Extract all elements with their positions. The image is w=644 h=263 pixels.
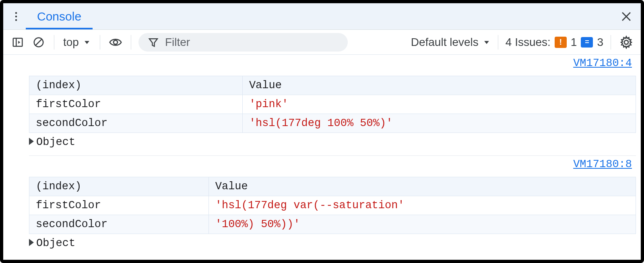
toggle-sidebar-button[interactable] — [10, 34, 26, 50]
table-row: secondColor 'hsl(177deg 100% 50%)' — [29, 114, 636, 133]
cell-key[interactable]: firstColor — [29, 196, 209, 215]
svg-marker-11 — [149, 39, 157, 46]
table-row: (index) Value — [29, 177, 636, 196]
separator — [131, 35, 131, 50]
kebab-icon — [10, 10, 22, 23]
expand-triangle-icon — [29, 136, 34, 148]
table-row: secondColor '100%) 50%))' — [29, 215, 636, 234]
object-label: Object — [36, 136, 75, 148]
cell-value[interactable]: '100%) 50%))' — [208, 215, 636, 234]
table-row: (index) Value — [29, 76, 636, 95]
table-row: firstColor 'hsl(177deg var(--saturation' — [29, 196, 636, 215]
info-badge-icon: = — [581, 37, 593, 48]
svg-point-13 — [624, 40, 628, 44]
chevron-down-icon — [483, 38, 491, 46]
close-icon — [619, 10, 633, 23]
source-link[interactable]: VM17180:8 — [573, 158, 632, 170]
filter-placeholder: Filter — [165, 36, 190, 49]
eye-icon — [109, 35, 122, 49]
console-message: VM17180:4 (index) Value firstColor 'pink… — [29, 55, 636, 156]
svg-point-0 — [15, 12, 17, 14]
kebab-menu-button[interactable] — [6, 3, 26, 29]
devtools-window: Console top — [0, 0, 644, 263]
separator — [54, 35, 54, 50]
svg-rect-5 — [13, 38, 23, 46]
sidebar-icon — [12, 36, 24, 48]
context-label: top — [63, 36, 79, 49]
svg-line-8 — [36, 39, 42, 45]
console-message: VM17180:8 (index) Value firstColor 'hsl(… — [29, 156, 636, 257]
console-table: (index) Value firstColor 'pink' secondCo… — [29, 76, 636, 133]
table-header-index[interactable]: (index) — [29, 177, 209, 196]
tab-label: Console — [37, 10, 81, 23]
cell-key[interactable]: firstColor — [29, 95, 243, 114]
close-devtools-button[interactable] — [618, 3, 634, 29]
cell-key[interactable]: secondColor — [29, 215, 209, 234]
separator — [100, 35, 100, 50]
execution-context-selector[interactable]: top — [62, 36, 93, 49]
source-link[interactable]: VM17180:4 — [573, 57, 632, 69]
issues-info-count: 3 — [597, 36, 603, 49]
svg-point-1 — [15, 15, 17, 17]
gear-icon — [619, 35, 633, 49]
object-label: Object — [36, 237, 75, 249]
levels-label: Default levels — [411, 36, 479, 49]
object-expander[interactable]: Object — [29, 136, 636, 148]
warning-badge-icon: ! — [555, 37, 567, 48]
cell-value[interactable]: 'pink' — [242, 95, 636, 114]
clear-console-button[interactable] — [31, 34, 47, 50]
table-header-index[interactable]: (index) — [29, 76, 243, 95]
table-header-value[interactable]: Value — [208, 177, 636, 196]
cell-value[interactable]: 'hsl(177deg var(--saturation' — [208, 196, 636, 215]
issues-counter[interactable]: 4 Issues: ! 1 = 3 — [506, 36, 603, 49]
console-toolbar: top Filter Default levels — [3, 30, 641, 55]
separator — [498, 35, 498, 50]
cell-value[interactable]: 'hsl(177deg 100% 50%)' — [242, 114, 636, 133]
object-expander[interactable]: Object — [29, 237, 636, 249]
table-header-value[interactable]: Value — [242, 76, 636, 95]
console-table: (index) Value firstColor 'hsl(177deg var… — [29, 177, 636, 234]
log-levels-selector[interactable]: Default levels — [411, 36, 491, 49]
tab-console[interactable]: Console — [26, 3, 93, 29]
console-settings-button[interactable] — [618, 34, 634, 50]
tabs-bar: Console — [3, 3, 641, 30]
cell-key[interactable]: secondColor — [29, 114, 243, 133]
console-output: VM17180:4 (index) Value firstColor 'pink… — [3, 55, 641, 260]
live-expression-button[interactable] — [107, 34, 124, 50]
table-row: firstColor 'pink' — [29, 95, 636, 114]
issues-warn-count: 1 — [571, 36, 577, 49]
separator — [611, 35, 611, 50]
svg-point-2 — [15, 19, 17, 21]
issues-label: 4 Issues: — [506, 36, 551, 49]
clear-icon — [33, 36, 45, 48]
filter-icon — [147, 36, 159, 48]
chevron-down-icon — [83, 38, 91, 46]
svg-marker-12 — [484, 41, 489, 44]
filter-input[interactable]: Filter — [138, 33, 348, 52]
expand-triangle-icon — [29, 237, 34, 249]
svg-marker-9 — [85, 41, 89, 44]
svg-point-10 — [114, 40, 118, 44]
